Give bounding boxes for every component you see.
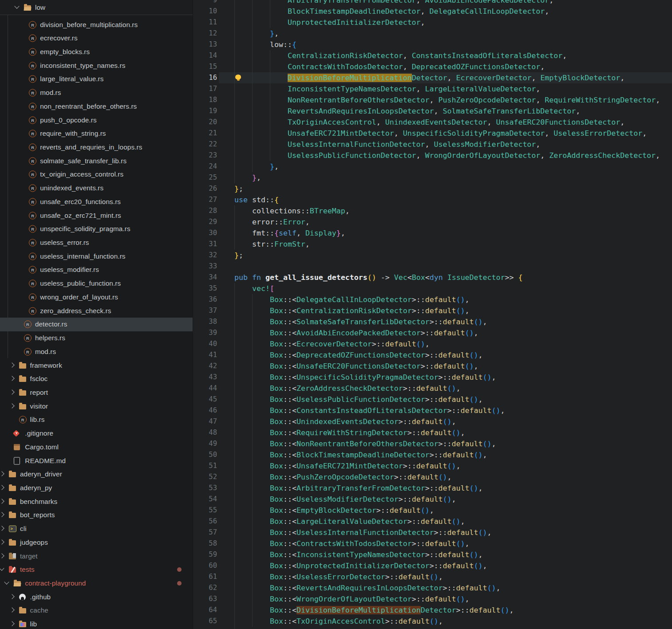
- tree-item-benchmarks[interactable]: benchmarks: [0, 495, 193, 508]
- tree-item-mod.rs[interactable]: Rmod.rs: [0, 345, 193, 358]
- code-line[interactable]: 22 UselessInternalFunctionDetector, Usel…: [193, 139, 672, 150]
- tree-item-aderyn_py[interactable]: aderyn_py: [0, 481, 193, 495]
- code-line[interactable]: 32};: [193, 250, 672, 261]
- tree-item-judgeops[interactable]: judgeops: [0, 535, 193, 549]
- code-line[interactable]: 33: [193, 261, 672, 272]
- code-line[interactable]: 30 fmt::{self, Display},: [193, 228, 672, 239]
- tree-item-aderyn_driver[interactable]: aderyn_driver: [0, 468, 193, 481]
- code-line[interactable]: 65 Box::<TxOriginAccesControl>::default(…: [193, 616, 672, 627]
- code-line[interactable]: 57 Box::<UselessInternalFunctionDetector…: [193, 527, 672, 538]
- tree-item-solmate_safe_transfer_lib.rs[interactable]: Rsolmate_safe_transfer_lib.rs: [0, 154, 193, 168]
- chevron-right-icon[interactable]: [9, 594, 14, 599]
- code-line[interactable]: 29 error::Error,: [193, 216, 672, 228]
- code-line[interactable]: 11 UnprotectedInitializerDetector,: [193, 17, 672, 28]
- chevron-right-icon[interactable]: [9, 376, 14, 381]
- code-line[interactable]: 62 Box::<RevertsAndRequiresInLoopsDetect…: [193, 582, 672, 594]
- code-line[interactable]: 60 Box::<UnprotectedInitializerDetector>…: [193, 560, 672, 571]
- chevron-right-icon[interactable]: [0, 472, 4, 476]
- tree-item-.github[interactable]: .github: [0, 590, 193, 604]
- code-line[interactable]: 28 collections::BTreeMap,: [193, 205, 672, 216]
- tree-item-tx_origin_access_control.rs[interactable]: Rtx_origin_access_control.rs: [0, 168, 193, 181]
- code-line[interactable]: 49 Box::<NonReentrantBeforeOthersDetecto…: [193, 438, 672, 449]
- code-line[interactable]: 12 },: [193, 28, 672, 39]
- tree-item-report[interactable]: report: [0, 385, 193, 399]
- tree-item-wrong_order_of_layout.rs[interactable]: Rwrong_order_of_layout.rs: [0, 290, 193, 304]
- tree-item-ecrecover.rs[interactable]: Recrecover.rs: [0, 31, 193, 45]
- tree-item-framework[interactable]: framework: [0, 358, 193, 372]
- tree-item-low[interactable]: low: [0, 0, 193, 15]
- tree-item-.gitignore[interactable]: .gitignore: [0, 427, 193, 440]
- chevron-right-icon[interactable]: [0, 499, 4, 503]
- code-line[interactable]: 58 Box::<ContractsWithTodosDetector>::de…: [193, 538, 672, 549]
- code-line[interactable]: 46 Box::<ConstantsInsteadOfLiteralsDetec…: [193, 405, 672, 416]
- code-line[interactable]: 44 Box::<ZeroAddressCheckDetector>::defa…: [193, 383, 672, 394]
- code-line[interactable]: 37 Box::<CentralizationRiskDetector>::de…: [193, 305, 672, 316]
- code-line[interactable]: 21 UnsafeERC721MintDetector, UnspecificS…: [193, 128, 672, 139]
- code-line[interactable]: 53 Box::<ArbitraryTransferFromDetector>:…: [193, 483, 672, 494]
- chevron-right-icon[interactable]: [9, 389, 14, 394]
- chevron-right-icon[interactable]: [9, 403, 14, 408]
- tree-item-useless_public_function.rs[interactable]: Ruseless_public_function.rs: [0, 277, 193, 291]
- code-line[interactable]: 31 str::FromStr,: [193, 239, 672, 250]
- code-line[interactable]: 9 ArbitraryTransferFromDetector, AvoidAb…: [193, 0, 672, 6]
- code-line[interactable]: 50 Box::<BlockTimestampDeadlineDetector>…: [193, 449, 672, 460]
- chevron-right-icon[interactable]: [9, 621, 14, 626]
- chevron-right-icon[interactable]: [9, 608, 14, 613]
- code-line[interactable]: 14 CentralizationRiskDetector, Constants…: [193, 50, 672, 61]
- tree-item-unsafe_erc20_functions.rs[interactable]: Runsafe_erc20_functions.rs: [0, 195, 193, 208]
- tree-item-useless_error.rs[interactable]: Ruseless_error.rs: [0, 236, 193, 250]
- code-line[interactable]: 10 BlockTimestampDeadlineDetector, Deleg…: [193, 6, 672, 17]
- tree-item-empty_blocks.rs[interactable]: Rempty_blocks.rs: [0, 45, 193, 59]
- code-line[interactable]: 63 Box::<WrongOrderOfLayoutDetector>::de…: [193, 594, 672, 605]
- code-line[interactable]: 48 Box::<RequireWithStringDetector>::def…: [193, 427, 672, 438]
- chevron-right-icon[interactable]: [0, 553, 4, 558]
- tree-item-unspecific_solidity_pragma.rs[interactable]: Runspecific_solidity_pragma.rs: [0, 222, 193, 236]
- chevron-right-icon[interactable]: [0, 512, 4, 517]
- code-line[interactable]: 66 ]: [193, 627, 672, 629]
- code-line[interactable]: 59 Box::<InconsistentTypeNamesDetector>:…: [193, 549, 672, 560]
- code-line[interactable]: 23 UselessPublicFunctionDetector, WrongO…: [193, 150, 672, 161]
- chevron-right-icon[interactable]: [0, 526, 4, 531]
- code-line[interactable]: 34pub fn get_all_issue_detectors() -> Ve…: [193, 272, 672, 283]
- code-line[interactable]: 17 InconsistentTypeNamesDetector, LargeL…: [193, 83, 672, 94]
- tree-item-useless_modifier.rs[interactable]: Ruseless_modifier.rs: [0, 263, 193, 277]
- tree-item-detector.rs[interactable]: Rdetector.rs: [0, 318, 193, 331]
- code-line[interactable]: 61 Box::<UselessErrorDetector>::default(…: [193, 571, 672, 582]
- code-line[interactable]: 18 NonReentrantBeforeOthersDetector, Pus…: [193, 94, 672, 106]
- code-line[interactable]: 27use std::{: [193, 194, 672, 205]
- code-line[interactable]: 47 Box::<UnindexedEventsDetector>::defau…: [193, 416, 672, 427]
- chevron-right-icon[interactable]: [9, 362, 14, 367]
- code-line[interactable]: 15 ContractsWithTodosDetector, Deprecate…: [193, 61, 672, 72]
- tree-item-useless_internal_function.rs[interactable]: Ruseless_internal_function.rs: [0, 249, 193, 263]
- tree-item-require_with_string.rs[interactable]: Rrequire_with_string.rs: [0, 127, 193, 141]
- code-line[interactable]: 51 Box::<UnsafeERC721MintDetector>::defa…: [193, 460, 672, 472]
- tree-item-large_literal_value.rs[interactable]: Rlarge_literal_value.rs: [0, 72, 193, 86]
- code-line[interactable]: 19 RevertsAndRequiresInLoopsDetector, So…: [193, 106, 672, 117]
- code-line[interactable]: 16 DivisionBeforeMultiplicationDetector,…: [193, 72, 672, 83]
- tree-item-non_reentrant_before_others.rs[interactable]: Rnon_reentrant_before_others.rs: [0, 99, 193, 113]
- tree-item-cache[interactable]: cache: [0, 604, 193, 617]
- code-line[interactable]: 45 Box::<UselessPublicFunctionDetector>:…: [193, 394, 672, 405]
- tree-item-unindexed_events.rs[interactable]: Runindexed_events.rs: [0, 181, 193, 195]
- chevron-down-icon[interactable]: [4, 579, 9, 584]
- tree-item-helpers.rs[interactable]: Rhelpers.rs: [0, 331, 193, 345]
- tree-item-contract-playground[interactable]: contract-playground: [0, 577, 193, 590]
- tree-item-division_before_multiplication.rs[interactable]: Rdivision_before_multiplication.rs: [0, 18, 193, 31]
- tree-item-Cargo.toml[interactable]: Cargo.toml: [0, 440, 193, 454]
- code-line[interactable]: 54 Box::<UselessModifierDetector>::defau…: [193, 494, 672, 505]
- code-line[interactable]: 40 Box::<EcrecoverDetector>::default(),: [193, 338, 672, 350]
- tree-item-tests[interactable]: tests: [0, 563, 193, 577]
- code-line[interactable]: 20 TxOriginAccesControl, UnindexedEvents…: [193, 117, 672, 128]
- code-line[interactable]: 36 Box::<DelegateCallInLoopDetector>::de…: [193, 294, 672, 305]
- code-line[interactable]: 43 Box::<UnspecificSolidityPragmaDetecto…: [193, 372, 672, 383]
- code-line[interactable]: 52 Box::<PushZeroOpcodeDetector>::defaul…: [193, 472, 672, 483]
- code-line[interactable]: 24 },: [193, 161, 672, 172]
- tree-item-zero_address_check.rs[interactable]: Rzero_address_check.rs: [0, 304, 193, 318]
- code-line[interactable]: 35 vec![: [193, 283, 672, 294]
- chevron-down-icon[interactable]: [14, 4, 19, 8]
- code-line[interactable]: 41 Box::<DeprecatedOZFunctionsDetector>:…: [193, 350, 672, 361]
- tree-item-lib.rs[interactable]: Rlib.rs: [0, 413, 193, 427]
- chevron-right-icon[interactable]: [0, 539, 4, 544]
- tree-item-cli[interactable]: cli: [0, 522, 193, 536]
- tree-item-reverts_and_requries_in_loops.rs[interactable]: Rreverts_and_requries_in_loops.rs: [0, 140, 193, 154]
